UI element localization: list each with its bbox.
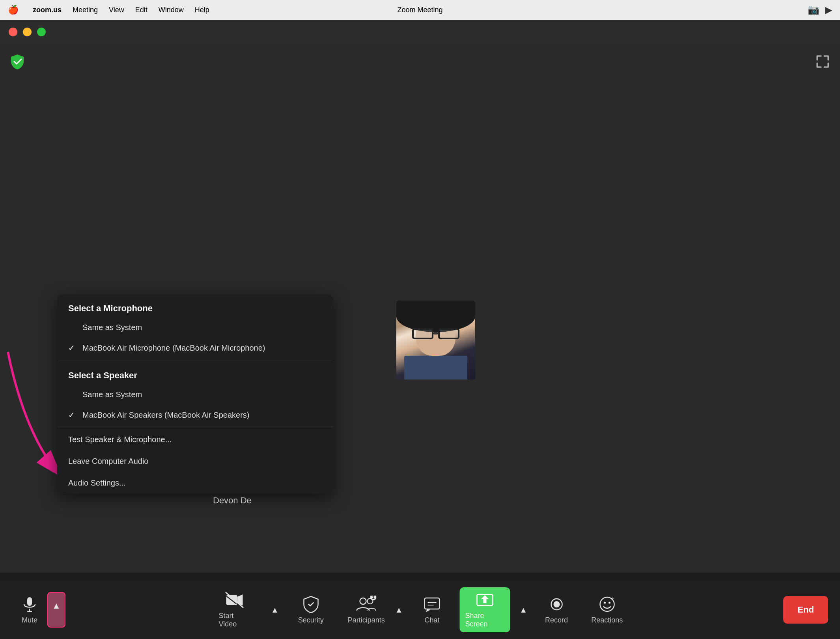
svg-point-8 [360,598,366,604]
participants-group: 1 Participants ▲ [339,591,405,629]
menu-bar-wifi-icon: ▶ [825,4,832,15]
video-label: Start Video [219,612,250,628]
security-button[interactable]: Security [291,591,331,629]
chat-icon [424,596,441,613]
svg-point-21 [609,602,610,604]
speaker-option-macbook[interactable]: ✓ MacBook Air Speakers (MacBook Air Spea… [57,405,333,425]
share-screen-button[interactable]: Share Screen [460,587,510,632]
share-screen-chevron-button[interactable]: ▲ [518,602,529,618]
share-screen-label: Share Screen [465,612,505,628]
menu-meeting[interactable]: Meeting [73,6,98,14]
mute-button[interactable]: Mute [12,591,47,629]
mic-option-macbook[interactable]: ✓ MacBook Air Microphone (MacBook Air Mi… [57,338,333,358]
divider-2 [57,427,333,427]
speaker-system-check [68,390,77,399]
participant-thumbnail [396,301,475,379]
participants-label: Participants [348,616,385,624]
record-label: Record [545,616,568,624]
svg-rect-12 [425,598,440,609]
fullscreen-icon [815,54,831,69]
chat-button[interactable]: Chat [413,591,452,629]
svg-point-18 [553,601,560,607]
divider-1 [57,360,333,360]
mute-group: Mute ▲ [12,591,65,629]
traffic-light-fullscreen[interactable] [37,28,46,36]
audio-chevron-button[interactable]: ▲ [47,592,65,628]
speaker-macbook-check: ✓ [68,410,77,420]
video-chevron-icon: ▲ [271,605,279,615]
toolbar-left: Mute ▲ [12,591,65,629]
expand-button[interactable] [814,53,831,70]
video-chevron-button[interactable]: ▲ [267,601,283,619]
test-speaker-mic-btn[interactable]: Test Speaker & Microphone... [57,429,333,450]
apple-menu-icon[interactable]: 🍎 [8,5,19,15]
reactions-label: Reactions [591,616,623,624]
menu-bar: 🍎 zoom.us Meeting View Edit Window Help … [0,0,840,20]
end-meeting-button[interactable]: End [783,596,828,624]
window-chrome [0,20,840,44]
participants-chevron-icon: ▲ [395,605,403,614]
svg-marker-16 [481,595,489,603]
traffic-lights [9,28,46,36]
svg-text:+: + [611,596,614,602]
chat-label: Chat [425,616,440,624]
share-chevron-icon: ▲ [519,605,527,614]
microphone-section: Select a Microphone Same as System ✓ Mac… [57,295,333,358]
record-button[interactable]: Record [537,591,576,629]
menu-view[interactable]: View [109,6,124,14]
audio-dropdown-menu: Select a Microphone Same as System ✓ Mac… [57,295,333,494]
toolbar: Mute ▲ Start Video ▲ [0,581,840,639]
security-icon [302,596,319,613]
leave-audio-btn[interactable]: Leave Computer Audio [57,450,333,472]
menu-help[interactable]: Help [195,6,209,14]
shield-check-icon [9,53,26,70]
speaker-section: Select a Speaker Same as System ✓ MacBoo… [57,362,333,425]
video-area: Devon De Select a Microphone Same as Sys… [0,44,840,573]
reactions-button[interactable]: + Reactions [584,591,630,629]
speaker-option-system[interactable]: Same as System [57,385,333,405]
start-video-button[interactable]: Start Video [210,587,259,633]
mic-macbook-check: ✓ [68,343,77,353]
reactions-icon: + [598,596,616,613]
menu-zoomus[interactable]: zoom.us [33,6,62,14]
participant-name-label: Devon De [213,495,252,506]
menu-edit[interactable]: Edit [135,6,147,14]
video-camera-icon [226,591,244,609]
record-icon [548,596,565,613]
svg-rect-1 [27,597,32,606]
mic-option-system[interactable]: Same as System [57,318,333,338]
chevron-up-icon: ▲ [52,601,61,611]
participants-icon: 1 [356,596,377,613]
speaker-section-header: Select a Speaker [57,362,333,385]
microphone-icon [21,596,38,613]
participant-video-feed [396,301,475,379]
svg-point-20 [604,602,606,604]
audio-settings-btn[interactable]: Audio Settings... [57,472,333,494]
toolbar-center: Start Video ▲ Security 1 [210,587,630,633]
menu-bar-camera-icon: 📷 [808,4,819,15]
traffic-light-close[interactable] [9,28,17,36]
security-label: Security [298,616,324,624]
svg-text:1: 1 [372,596,375,600]
mic-system-check [68,323,77,332]
menu-window[interactable]: Window [159,6,184,14]
security-shield-badge [9,53,26,70]
microphone-section-header: Select a Microphone [57,295,333,318]
traffic-light-minimize[interactable] [23,28,32,36]
window-title: Zoom Meeting [397,6,442,14]
share-screen-icon [476,591,493,609]
participants-chevron-button[interactable]: ▲ [394,602,405,618]
participants-button[interactable]: 1 Participants [339,591,394,629]
mute-label: Mute [22,616,37,624]
menu-bar-right: 📷 ▶ [808,4,832,15]
